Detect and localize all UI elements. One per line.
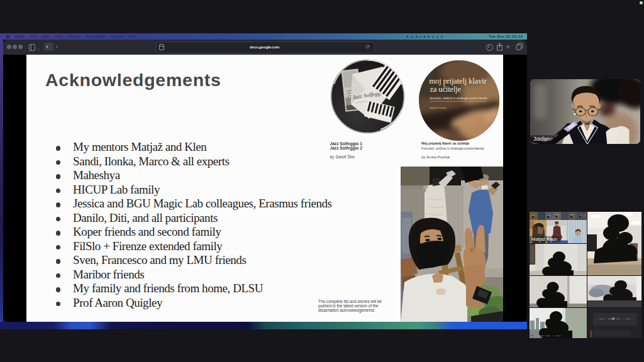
- svg-text:·—··—· ·· —···: ·—··—· ·· —···: [538, 334, 563, 337]
- svg-text:Ilonka Pucihar: Ilonka Pucihar: [430, 106, 447, 109]
- svg-text:za učitelje: za učitelje: [430, 85, 462, 94]
- svg-text:koncepti, veščine in strategij: koncepti, veščine in strategije pouka kl…: [430, 97, 488, 100]
- svg-text:moj prijatelj klavir: moj prijatelj klavir: [430, 77, 487, 85]
